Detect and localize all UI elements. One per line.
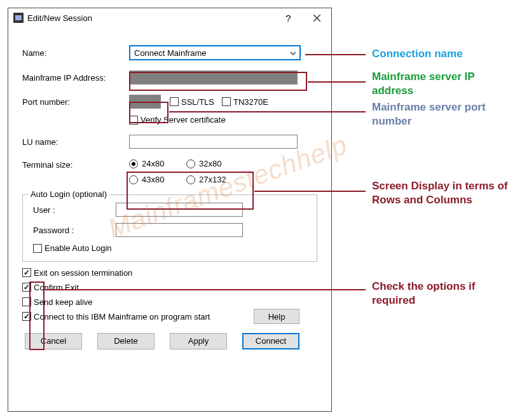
user-input[interactable] [116, 203, 243, 217]
ip-input[interactable] [129, 71, 298, 85]
row-port: Port number: SSL/TLS TN3270E [22, 95, 317, 109]
lu-label: LU name: [22, 137, 129, 147]
delete-button[interactable]: Delete [97, 333, 155, 349]
connect-button[interactable]: Connect [242, 333, 299, 349]
anno-screen: Screen Display in terms of Rows and Colu… [372, 179, 512, 207]
keep-alive-checkbox[interactable]: Send keep alive [22, 297, 93, 307]
close-button[interactable] [303, 8, 331, 27]
anno-check-opts: Check the options if required [372, 280, 512, 308]
password-label: Password : [33, 226, 116, 235]
dialog-title: Edit/New Session [27, 13, 274, 23]
autologin-group: Auto Login (optional) User : Password : … [22, 194, 317, 262]
tn3270e-checkbox[interactable]: TN3270E [222, 97, 268, 107]
row-lu: LU name: [22, 135, 317, 149]
connect-on-start-checkbox[interactable]: Connect to this IBM Mainframe on program… [22, 312, 210, 322]
apply-button[interactable]: Apply [170, 333, 227, 349]
terminal-label: Terminal size: [22, 159, 129, 170]
ip-label: Mainframe IP Address: [22, 73, 129, 83]
options-block: Exit on session termination Confirm Exit… [22, 268, 317, 322]
row-terminal: Terminal size: 24x80 32x80 43x80 27x132 [22, 159, 317, 184]
anno-port: Mainframe server port number [372, 100, 505, 128]
name-label: Name: [22, 48, 129, 58]
help-button[interactable]: Help [254, 309, 299, 324]
password-input[interactable] [116, 223, 243, 237]
anno-connection-name: Connection name [372, 47, 463, 61]
verify-cert-checkbox[interactable]: Verify Server certificate [129, 115, 226, 125]
port-input[interactable] [129, 95, 161, 109]
row-password: Password : [33, 223, 306, 237]
edit-session-dialog: Edit/New Session ? Name: Connect Mainfra… [8, 8, 332, 412]
row-verify: Verify Server certificate [22, 115, 317, 125]
enable-autologin-checkbox[interactable]: Enable Auto Login [33, 243, 112, 253]
lu-input[interactable] [129, 135, 298, 149]
confirm-exit-checkbox[interactable]: Confirm Exit [22, 283, 79, 292]
chevron-down-icon [289, 50, 297, 57]
terminal-size-group: 24x80 32x80 43x80 27x132 [129, 159, 250, 184]
terminal-32x80-radio[interactable]: 32x80 [186, 159, 231, 168]
close-icon [313, 15, 320, 22]
autologin-title: Auto Login (optional) [28, 189, 109, 199]
name-value: Connect Mainframe [134, 48, 206, 58]
cancel-button[interactable]: Cancel [25, 333, 82, 349]
button-row: Cancel Delete Apply Connect [22, 333, 317, 349]
app-icon [13, 13, 24, 23]
port-label: Port number: [22, 97, 129, 107]
name-combobox[interactable]: Connect Mainframe [129, 45, 301, 60]
user-label: User : [33, 205, 116, 215]
exit-on-termination-checkbox[interactable]: Exit on session termination [22, 268, 132, 278]
terminal-27x132-radio[interactable]: 27x132 [186, 175, 231, 184]
terminal-43x80-radio[interactable]: 43x80 [129, 175, 174, 184]
row-ip: Mainframe IP Address: [22, 71, 317, 85]
anno-ip: Mainframe server IP address [372, 70, 505, 98]
row-user: User : [33, 203, 306, 217]
terminal-24x80-radio[interactable]: 24x80 [129, 159, 174, 168]
ssl-checkbox[interactable]: SSL/TLS [170, 97, 214, 107]
row-name: Name: Connect Mainframe [22, 45, 317, 60]
titlebar-help-button[interactable]: ? [274, 8, 303, 27]
titlebar: Edit/New Session ? [8, 8, 331, 27]
form-area: Name: Connect Mainframe Mainframe IP Add… [8, 27, 331, 361]
